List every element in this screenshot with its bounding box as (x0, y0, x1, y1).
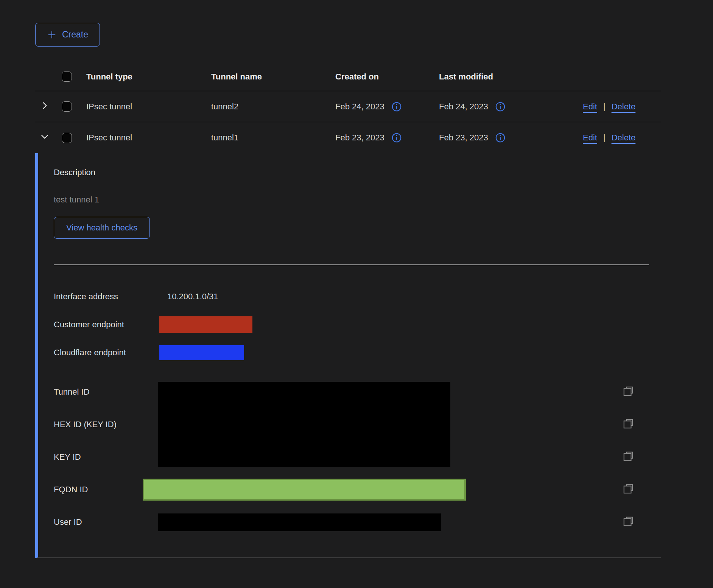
customer-endpoint-redacted-value (159, 316, 252, 333)
table-row: IPsec tunnel tunnel2 Feb 24, 2023 Feb 24… (35, 91, 661, 122)
tunnel-id-label: Tunnel ID (54, 387, 158, 397)
field-row-cloudflare-endpoint: Cloudflare endpoint (54, 339, 661, 367)
ids-redacted-block (158, 382, 450, 467)
tunnels-table: Tunnel type Tunnel name Created on Last … (35, 62, 661, 558)
delete-link[interactable]: Delete (612, 102, 636, 112)
copy-key-id-button[interactable] (623, 451, 664, 464)
hex-id-label: HEX ID (KEY ID) (54, 420, 158, 429)
select-all-checkbox[interactable] (62, 72, 72, 82)
cell-tunnel-name: tunnel1 (211, 133, 335, 143)
copy-hex-id-button[interactable] (623, 418, 664, 431)
cloudflare-endpoint-redacted-value (159, 345, 244, 360)
row-checkbox[interactable] (62, 133, 72, 143)
copy-icon (623, 483, 634, 496)
ipsec-tunnels-page: Create Tunnel type Tunnel name Created o… (0, 0, 713, 588)
table-header-row: Tunnel type Tunnel name Created on Last … (35, 62, 661, 91)
key-id-label: KEY ID (54, 452, 158, 462)
customer-endpoint-label: Customer endpoint (54, 320, 159, 330)
plus-icon (47, 30, 57, 40)
description-label: Description (54, 167, 661, 178)
collapse-row-button[interactable] (35, 132, 53, 144)
field-row-interface-address: Interface address 10.200.1.0/31 (54, 283, 661, 311)
cell-last-modified: Feb 23, 2023 (439, 133, 488, 143)
header-tunnel-name: Tunnel name (211, 72, 335, 82)
cell-tunnel-type: IPsec tunnel (86, 133, 211, 143)
copy-icon (623, 451, 634, 464)
user-id-label: User ID (54, 517, 158, 527)
header-last-modified: Last modified (439, 72, 575, 82)
info-icon[interactable] (495, 101, 506, 112)
interface-address-label: Interface address (54, 292, 159, 302)
user-id-redacted-value (158, 513, 441, 531)
cell-tunnel-name: tunnel2 (211, 102, 335, 112)
copy-fqdn-id-button[interactable] (623, 483, 664, 496)
cell-created-on: Feb 23, 2023 (335, 133, 385, 143)
expand-row-button[interactable] (35, 101, 53, 113)
info-icon[interactable] (391, 132, 402, 143)
action-separator: | (603, 133, 606, 143)
create-button[interactable]: Create (35, 23, 100, 47)
copy-icon (623, 516, 634, 529)
copy-icon (623, 386, 634, 398)
panel-divider (54, 264, 649, 265)
tunnel-ids-section: Tunnel ID HEX ID (KEY ID) KEY ID FQDN ID… (54, 376, 664, 538)
header-tunnel-type: Tunnel type (86, 72, 211, 82)
row-checkbox[interactable] (62, 101, 72, 112)
cell-last-modified: Feb 24, 2023 (439, 102, 488, 112)
chevron-right-icon (40, 101, 50, 113)
cell-created-on: Feb 24, 2023 (335, 102, 385, 112)
edit-link[interactable]: Edit (583, 102, 597, 112)
info-icon[interactable] (391, 101, 402, 112)
copy-tunnel-id-button[interactable] (623, 386, 664, 398)
field-row-customer-endpoint: Customer endpoint (54, 311, 661, 339)
interface-address-value: 10.200.1.0/31 (167, 292, 218, 302)
delete-link[interactable]: Delete (612, 133, 636, 143)
copy-user-id-button[interactable] (623, 516, 664, 529)
fqdn-id-redacted-value (143, 479, 466, 501)
tunnel-detail-panel: Description test tunnel 1 View health ch… (35, 153, 661, 558)
header-created-on: Created on (335, 72, 439, 82)
tunnel-fields: Interface address 10.200.1.0/31 Customer… (54, 283, 661, 367)
action-separator: | (603, 102, 606, 112)
info-icon[interactable] (495, 132, 506, 143)
description-value: test tunnel 1 (54, 194, 661, 205)
cell-tunnel-type: IPsec tunnel (86, 102, 211, 112)
cloudflare-endpoint-label: Cloudflare endpoint (54, 348, 159, 358)
edit-link[interactable]: Edit (583, 133, 597, 143)
table-row: IPsec tunnel tunnel1 Feb 23, 2023 Feb 23… (35, 122, 661, 153)
view-health-checks-button[interactable]: View health checks (54, 217, 150, 239)
copy-icon (623, 418, 634, 431)
create-button-label: Create (62, 30, 88, 40)
chevron-down-icon (40, 132, 50, 144)
